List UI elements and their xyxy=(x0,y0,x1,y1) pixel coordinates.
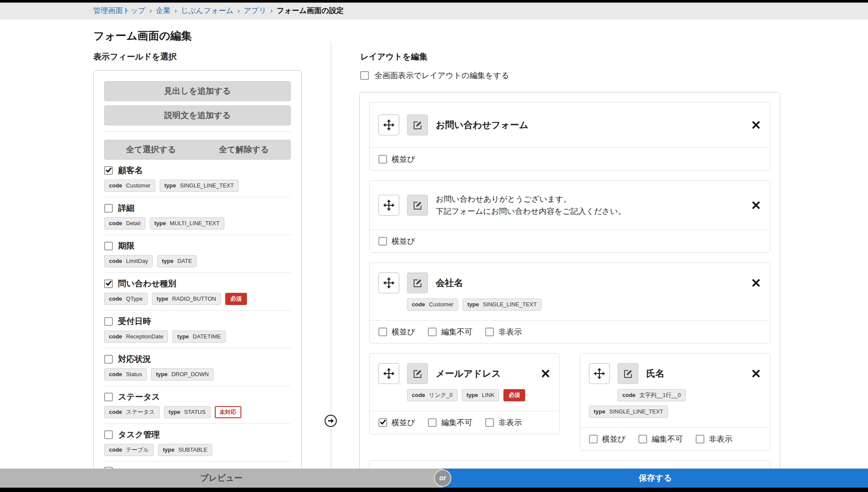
option-checkbox[interactable] xyxy=(378,155,387,164)
field-chips: codeCustomertypeSINGLE_LINE_TEXT xyxy=(104,180,291,192)
close-icon[interactable] xyxy=(751,278,761,288)
layout-block: 氏名code文字列__1行__0typeSINGLE_LINE_TEXT横並び編… xyxy=(580,353,770,451)
check-icon xyxy=(106,166,112,172)
chip-value: SUBTABLE xyxy=(178,446,207,454)
breadcrumb-link[interactable]: 企業 xyxy=(156,6,171,16)
field-row: 詳細 xyxy=(104,203,291,214)
field-checkbox[interactable] xyxy=(104,242,113,250)
chip-value: DATE xyxy=(178,257,192,265)
chip-key: code xyxy=(109,371,122,378)
drag-handle[interactable] xyxy=(378,272,399,293)
required-badge: 必須 xyxy=(503,389,525,401)
field-row: ステータス xyxy=(104,391,291,403)
fields-section-heading: 表示フィールドを選択 xyxy=(93,51,177,62)
field-checkbox[interactable] xyxy=(104,430,113,439)
add-description-button[interactable]: 説明文を追加する xyxy=(104,105,291,125)
field-checkbox[interactable] xyxy=(104,355,113,364)
right-arrow-icon xyxy=(327,417,334,424)
option-checkbox[interactable] xyxy=(428,328,437,336)
type-chip: typeDROP_DOWN xyxy=(151,368,214,380)
chip-key: type xyxy=(177,333,189,341)
type-chip: typeSINGLE_LINE_TEXT xyxy=(160,180,239,192)
field-checkbox[interactable] xyxy=(104,166,113,175)
edit-button[interactable] xyxy=(407,272,428,293)
fullscreen-label: 全画面表示でレイアウトの編集をする xyxy=(375,70,509,81)
close-icon[interactable] xyxy=(540,368,551,379)
code-chip: codeLimitDay xyxy=(104,255,153,267)
move-icon xyxy=(383,200,395,211)
option-label: 編集不可 xyxy=(651,434,683,444)
option-checkbox[interactable] xyxy=(378,418,387,427)
type-chip: typeRADIO_BUTTON xyxy=(152,293,221,305)
field-checkbox[interactable] xyxy=(104,317,113,326)
option-checkbox[interactable] xyxy=(589,435,598,443)
field-checkbox[interactable] xyxy=(104,393,113,401)
field-label: 問い合わせ種別 xyxy=(118,278,176,289)
chip-value: LINK xyxy=(482,391,494,399)
option-checkbox[interactable] xyxy=(428,418,437,427)
breadcrumb-current: フォーム画面の設定 xyxy=(276,6,344,16)
chip-value: MULTI_LINE_TEXT xyxy=(170,220,220,227)
field-chips: codeQTypetypeRADIO_BUTTON必須 xyxy=(104,293,291,305)
deselect-all-button[interactable]: 全て解除する xyxy=(197,140,290,159)
field-chips: codeReceptionDatetypeDATETIME xyxy=(104,331,291,343)
edit-button[interactable] xyxy=(407,363,428,384)
code-chip: codeCustomer xyxy=(104,180,155,192)
option-checkbox[interactable] xyxy=(696,435,704,443)
preview-button[interactable]: プレビュー xyxy=(0,469,443,488)
chip-key: type xyxy=(164,182,176,190)
collapse-panel-button[interactable] xyxy=(325,415,337,427)
field-item-partial xyxy=(104,462,291,469)
breadcrumb-link[interactable]: 管理画面トップ xyxy=(93,6,145,16)
close-icon[interactable] xyxy=(751,120,761,130)
chip-value: テーブル xyxy=(126,446,149,454)
save-button[interactable]: 保存する xyxy=(443,469,868,488)
option-checkbox[interactable] xyxy=(378,328,387,336)
chip-key: code xyxy=(109,182,122,190)
chip-key: code xyxy=(412,301,425,308)
fullscreen-checkbox[interactable] xyxy=(360,71,369,80)
field-label: タスク管理 xyxy=(118,429,160,440)
type-chip: typeSUBTABLE xyxy=(158,444,212,456)
field-list: 顧客名codeCustomertypeSINGLE_LINE_TEXT詳細cod… xyxy=(104,160,291,469)
block-header: 氏名 xyxy=(580,354,770,384)
page-content: フォーム画面の編集 表示フィールドを選択 見出しを追加する 説明文を追加する 全… xyxy=(0,19,868,469)
option-checkbox[interactable] xyxy=(638,435,647,443)
code-chip: codeDetail xyxy=(104,217,145,230)
drag-handle[interactable] xyxy=(378,363,399,384)
add-heading-button[interactable]: 見出しを追加する xyxy=(104,81,291,101)
close-icon[interactable] xyxy=(751,368,761,379)
breadcrumb-link[interactable]: アプリ xyxy=(244,6,266,16)
panel-divider-line xyxy=(331,42,331,469)
chip-key: code xyxy=(109,257,122,265)
move-icon xyxy=(594,368,605,379)
chip-value: ReceptionDate xyxy=(126,333,163,341)
field-checkbox[interactable] xyxy=(104,279,113,288)
edit-button[interactable] xyxy=(407,115,428,135)
field-label: 対応状況 xyxy=(118,354,151,365)
drag-handle[interactable] xyxy=(589,363,610,384)
chip-key: type xyxy=(467,301,479,308)
chip-value: Status xyxy=(126,371,142,378)
close-icon[interactable] xyxy=(751,200,761,210)
divider xyxy=(104,131,291,132)
option-checkbox[interactable] xyxy=(378,237,387,246)
option-checkbox[interactable] xyxy=(485,328,494,336)
chip-key: code xyxy=(109,446,122,454)
block-header: メールアドレス xyxy=(370,354,559,384)
drag-handle[interactable] xyxy=(378,195,399,216)
layout-option: 横並び xyxy=(378,327,415,337)
drag-handle[interactable] xyxy=(378,115,399,135)
option-label: 編集不可 xyxy=(441,327,472,337)
type-chip: typeSINGLE_LINE_TEXT xyxy=(463,298,542,311)
option-checkbox[interactable] xyxy=(485,418,494,427)
edit-button[interactable] xyxy=(407,195,428,216)
field-checkbox[interactable] xyxy=(104,204,113,213)
layout-block: お問い合わせフォーム横並び xyxy=(369,102,770,171)
edit-button[interactable] xyxy=(618,363,638,384)
select-all-button[interactable]: 全て選択する xyxy=(105,140,197,159)
field-label: 期限 xyxy=(118,240,135,252)
breadcrumb-link[interactable]: じぶんフォーム xyxy=(181,6,233,16)
breadcrumb-separator-icon: › xyxy=(149,7,152,15)
chip-key: code xyxy=(622,391,635,399)
